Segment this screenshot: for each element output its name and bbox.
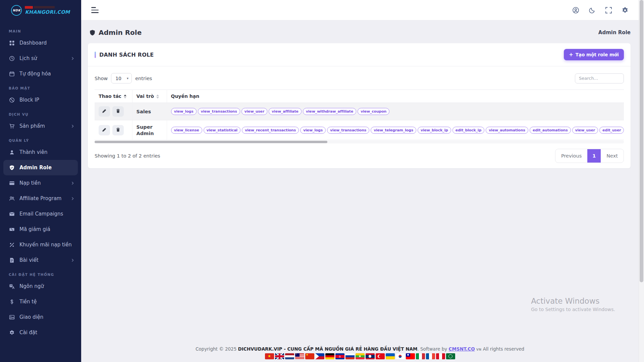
sidebar-item-m-gi-m-gi-[interactable]: Mã giảm giá xyxy=(0,222,81,237)
permission-badge: view_statistical xyxy=(204,127,240,134)
column-header-vai-tr-[interactable]: Vai trò xyxy=(132,90,167,103)
moon-icon[interactable] xyxy=(588,6,596,14)
next-page-button[interactable]: Next xyxy=(601,149,624,163)
trash-icon xyxy=(116,127,120,133)
sidebar-section-label: CÀI ĐẶT HỆ THỐNG xyxy=(0,268,81,279)
cmsnt-link[interactable]: CMSNT.CO xyxy=(449,346,475,352)
sidebar-item-label: Cài đặt xyxy=(19,329,75,336)
sidebar-item-affiliate-program[interactable]: Affiliate Program xyxy=(0,191,81,206)
envelope-icon xyxy=(9,211,15,217)
page-size-select[interactable]: 10 ▾ xyxy=(111,73,132,83)
file-text-icon xyxy=(9,257,15,263)
flag-china[interactable] xyxy=(305,353,314,359)
flag-taiwan[interactable] xyxy=(406,353,415,359)
chevron-right-icon xyxy=(70,196,75,201)
sidebar-item-label: Email Campaigns xyxy=(19,211,75,217)
show-label: Show xyxy=(95,76,108,81)
create-role-button[interactable]: + Tạo một role mới xyxy=(564,49,624,60)
edit-role-button[interactable] xyxy=(99,125,110,135)
people-icon xyxy=(9,195,15,201)
permission-badge: view_logs xyxy=(171,108,197,115)
flag-vietnam[interactable] xyxy=(265,353,274,359)
vertical-scrollbar-thumb[interactable] xyxy=(640,0,643,282)
delete-role-button[interactable] xyxy=(112,125,124,135)
flag-malaysia[interactable] xyxy=(295,353,304,359)
sidebar-item-admin-role[interactable]: Admin Role xyxy=(3,160,78,175)
sidebar-section-label: MAIN xyxy=(0,24,81,35)
card-body: Show 10 ▾ entries Thao tácVai tròQuyền h… xyxy=(88,66,631,168)
permission-badge: view_withdraw_affiliate xyxy=(303,108,356,115)
flag-ukraine[interactable] xyxy=(386,353,395,359)
previous-page-button[interactable]: Previous xyxy=(555,149,587,163)
sidebar-item-label: Block IP xyxy=(19,97,75,103)
ticket-icon xyxy=(9,226,15,232)
permission-badge: view_recent_transactions xyxy=(242,127,299,134)
column-header-thao-t-c[interactable]: Thao tác xyxy=(95,90,132,103)
permission-badge: view_block_ip xyxy=(418,127,451,134)
sidebar-item-th-nh-vi-n[interactable]: Thành viên xyxy=(0,144,81,160)
chevron-down-icon: ▾ xyxy=(127,76,128,80)
activate-windows-watermark: Activate Windows Go to Settings to activ… xyxy=(531,297,615,312)
flag-uk[interactable] xyxy=(275,353,284,359)
sidebar-item-ng-n-ng-[interactable]: Ngôn ngữ xyxy=(0,279,81,294)
flag-oic[interactable] xyxy=(446,353,455,359)
fullscreen-icon[interactable] xyxy=(605,6,612,14)
sidebar: NDK KHANGORI.COM MAINDashboardLịch sửTự … xyxy=(0,0,81,362)
flag-turkey[interactable] xyxy=(376,353,385,359)
flag-france[interactable] xyxy=(426,353,435,359)
credit-card-icon xyxy=(9,180,15,186)
edit-role-button[interactable] xyxy=(99,106,110,117)
permission-badge: view_logs xyxy=(300,127,326,134)
percent-icon xyxy=(9,242,15,248)
entries-label: entries xyxy=(135,76,152,81)
horizontal-scrollbar-thumb[interactable] xyxy=(95,141,327,143)
flag-italy[interactable] xyxy=(416,353,425,359)
sidebar-item-email-campaigns[interactable]: Email Campaigns xyxy=(0,206,81,222)
sidebar-item-l-ch-s-[interactable]: Lịch sử xyxy=(0,51,81,66)
trash-icon xyxy=(116,109,120,114)
permission-badge: view_affiliate xyxy=(269,108,302,115)
create-role-button-label: Tạo một role mới xyxy=(576,52,619,57)
flag-russia[interactable] xyxy=(345,353,355,359)
delete-role-button[interactable] xyxy=(112,106,124,117)
flag-peru[interactable] xyxy=(436,353,445,359)
sidebar-item-khuy-n-m-i-n-p-ti-n[interactable]: Khuyến mãi nạp tiền xyxy=(0,237,81,252)
flag-south-korea[interactable] xyxy=(396,353,405,359)
sidebar-item-dashboard[interactable]: Dashboard xyxy=(0,35,81,51)
table-row: Super Adminview_licenseview_statisticalv… xyxy=(95,120,624,140)
page-size-value: 10 xyxy=(115,76,121,81)
flag-myanmar[interactable] xyxy=(356,353,365,359)
horizontal-scrollbar[interactable] xyxy=(95,140,624,143)
flag-netherlands[interactable] xyxy=(285,353,294,359)
gear-icon xyxy=(9,329,15,336)
sidebar-item-t-ng-h-a[interactable]: Tự động hóa xyxy=(0,66,81,81)
sidebar-item-s-n-ph-m[interactable]: Sản phẩm xyxy=(0,118,81,134)
footer-brand: DICHVUDARK.VIP - CUNG CẤP MÃ NGUỒN GIÁ R… xyxy=(238,346,418,352)
user-circle-icon[interactable] xyxy=(572,6,579,14)
logo[interactable]: NDK KHANGORI.COM xyxy=(0,0,81,20)
sidebar-item-n-p-ti-n[interactable]: Nạp tiền xyxy=(0,175,81,191)
menu-toggle-icon[interactable] xyxy=(91,7,99,13)
flag-laos[interactable] xyxy=(366,353,375,359)
flag-cambodia[interactable] xyxy=(335,353,344,359)
sidebar-item-ti-n-t-[interactable]: Tiền tệ xyxy=(0,294,81,309)
sidebar-item-label: Mã giảm giá xyxy=(19,226,75,232)
sidebar-section-label: BẢO MẬT xyxy=(0,81,81,92)
permission-badge: view_coupon xyxy=(358,108,389,115)
sidebar-item-c-i-t[interactable]: Cài đặt xyxy=(0,325,81,340)
page-title-text: Admin Role xyxy=(99,28,142,37)
search-input[interactable] xyxy=(575,73,624,83)
gear-icon[interactable] xyxy=(621,6,629,14)
sidebar-item-label: Bài viết xyxy=(19,257,66,263)
sidebar-item-giao-di-n[interactable]: Giao diện xyxy=(0,309,81,325)
permission-badge: edit_user xyxy=(599,127,624,134)
sidebar-item-block-ip[interactable]: Block IP xyxy=(0,92,81,108)
permission-badge: edit_automations xyxy=(530,127,571,134)
sidebar-item-b-i-vi-t[interactable]: Bài viết xyxy=(0,252,81,268)
sidebar-nav: MAINDashboardLịch sửTự động hóaBẢO MẬTBl… xyxy=(0,20,81,340)
flag-germany[interactable] xyxy=(325,353,334,359)
flag-philippines[interactable] xyxy=(315,353,324,359)
current-page-button[interactable]: 1 xyxy=(587,149,601,163)
vertical-scrollbar[interactable] xyxy=(639,0,644,362)
permission-badge: view_transactions xyxy=(198,108,240,115)
